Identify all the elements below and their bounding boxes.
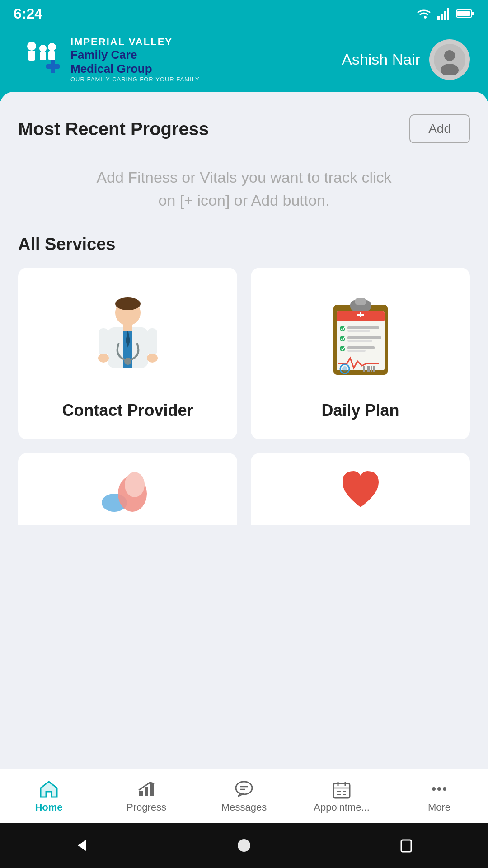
svg-marker-78 (78, 840, 86, 851)
wifi-icon (416, 7, 432, 20)
nav-progress[interactable]: Progress (98, 779, 195, 813)
svg-rect-6 (457, 11, 470, 16)
svg-rect-23 (123, 324, 132, 331)
svg-rect-32 (355, 298, 366, 305)
svg-rect-62 (145, 787, 148, 796)
svg-rect-0 (437, 16, 440, 20)
nav-messages[interactable]: Messages (195, 779, 293, 813)
daily-plan-icon-area (327, 290, 394, 387)
logo-area: IMPERIAL VALLEY Family CareMedical Group… (18, 36, 200, 83)
logo-top-line: IMPERIAL VALLEY (70, 36, 200, 48)
svg-rect-49 (347, 346, 375, 349)
home-icon (39, 779, 59, 799)
svg-rect-40 (347, 330, 370, 332)
nav-more-label: More (428, 802, 450, 813)
svg-rect-44 (347, 336, 381, 339)
svg-rect-2 (444, 11, 446, 20)
contact-provider-label: Contact Provider (62, 400, 193, 421)
add-button[interactable]: Add (409, 114, 470, 143)
partial-card-left-icon (101, 467, 155, 512)
logo-text: IMPERIAL VALLEY Family CareMedical Group… (70, 36, 200, 83)
progress-section-header: Most Recent Progress Add (18, 114, 470, 143)
progress-icon (136, 779, 156, 799)
svg-rect-1 (441, 14, 443, 20)
all-services-title: All Services (18, 235, 470, 254)
nav-appointments-label: Appointme... (314, 802, 370, 813)
nav-appointments[interactable]: Appointme... (293, 779, 390, 813)
svg-rect-5 (472, 12, 474, 15)
app-logo-icon (18, 37, 63, 82)
svg-point-76 (437, 787, 441, 791)
svg-rect-25 (99, 328, 108, 355)
nav-more[interactable]: More (390, 779, 488, 813)
user-area[interactable]: Ashish Nair (342, 39, 470, 80)
svg-point-64 (236, 782, 252, 794)
daily-plan-label: Daily Plan (321, 400, 399, 421)
svg-point-9 (39, 45, 47, 52)
svg-rect-63 (150, 783, 154, 796)
svg-rect-26 (147, 328, 157, 355)
clipboard-icon (327, 296, 394, 382)
all-services-section: All Services (18, 235, 470, 525)
back-button[interactable] (70, 834, 93, 857)
svg-point-77 (443, 787, 446, 791)
svg-point-19 (115, 297, 141, 310)
partial-card-right-icon (333, 467, 388, 512)
status-bar: 6:24 (0, 0, 488, 27)
status-icons (416, 7, 474, 20)
svg-point-52 (342, 366, 347, 372)
svg-rect-54 (366, 366, 366, 372)
svg-point-79 (238, 839, 250, 852)
svg-point-75 (432, 787, 436, 791)
progress-empty-message: Add Fitness or Vitals you want to track … (86, 166, 402, 212)
progress-title: Most Recent Progress (18, 119, 209, 139)
daily-plan-card[interactable]: Daily Plan (251, 268, 470, 439)
logo-tagline: OUR FAMILY CARING FOR YOUR FAMILY (70, 76, 200, 83)
recents-button[interactable] (395, 834, 418, 857)
svg-rect-80 (401, 840, 411, 852)
svg-rect-61 (139, 791, 143, 796)
partial-cards-row (18, 453, 470, 525)
nav-home-label: Home (35, 802, 62, 813)
logo-mid-line: Family CareMedical Group (70, 48, 200, 76)
avatar[interactable] (429, 39, 470, 80)
battery-icon (456, 9, 474, 19)
svg-point-28 (147, 354, 158, 363)
header: IMPERIAL VALLEY Family CareMedical Group… (0, 27, 488, 101)
bottom-nav: Home Progress Messages (0, 769, 488, 823)
svg-rect-57 (373, 366, 375, 372)
svg-rect-39 (347, 326, 379, 329)
svg-point-24 (124, 358, 131, 365)
svg-rect-8 (28, 51, 35, 61)
nav-home[interactable]: Home (0, 779, 98, 813)
signal-icon (437, 7, 451, 20)
svg-rect-3 (447, 8, 449, 20)
messages-icon (234, 779, 254, 799)
svg-point-27 (98, 354, 109, 363)
svg-point-60 (125, 472, 145, 497)
svg-rect-12 (48, 51, 55, 60)
svg-rect-14 (51, 60, 55, 73)
contact-provider-icon-area (94, 290, 162, 387)
more-icon (429, 779, 449, 799)
svg-rect-35 (360, 312, 361, 317)
user-name-label: Ashish Nair (342, 51, 420, 68)
svg-rect-10 (40, 52, 46, 60)
contact-provider-card[interactable]: Contact Provider (18, 268, 237, 439)
svg-rect-53 (363, 366, 365, 372)
svg-point-7 (27, 42, 36, 51)
doctor-icon (94, 296, 162, 382)
svg-rect-50 (347, 350, 366, 352)
svg-rect-45 (347, 340, 372, 342)
status-time: 6:24 (14, 5, 42, 22)
android-nav-bar (0, 823, 488, 868)
svg-rect-56 (371, 366, 372, 372)
main-content: Most Recent Progress Add Add Fitness or … (0, 92, 488, 806)
nav-progress-label: Progress (127, 802, 166, 813)
svg-point-16 (444, 50, 455, 61)
svg-point-11 (48, 43, 56, 51)
partial-card-right[interactable] (251, 453, 470, 525)
partial-card-left[interactable] (18, 453, 237, 525)
home-button[interactable] (233, 834, 255, 857)
nav-messages-label: Messages (221, 802, 267, 813)
